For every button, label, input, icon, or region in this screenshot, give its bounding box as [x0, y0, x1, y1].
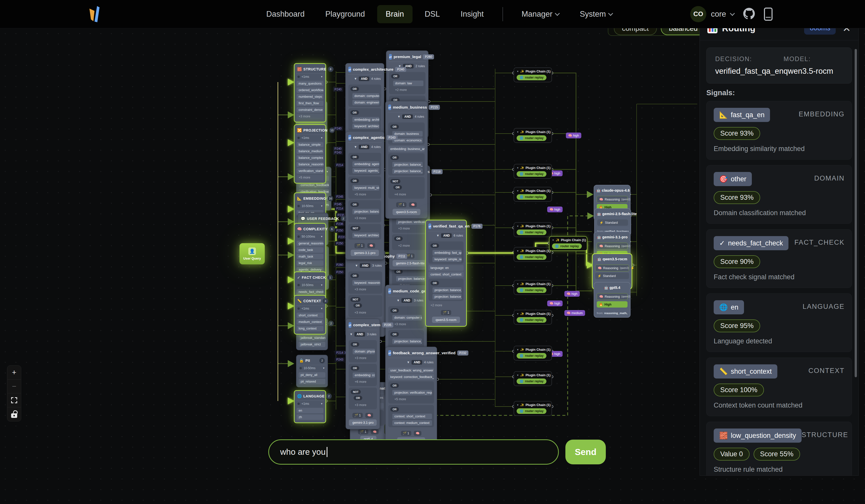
plugin-chain-node[interactable]: ▼✨Plugin Chain (1)🌀router replay	[514, 310, 552, 325]
signal-item[interactable]: first_then_flow	[297, 101, 323, 106]
signal-item[interactable]: balance_complex	[297, 155, 323, 161]
rules-row[interactable]: ▼AND3 rules	[388, 296, 424, 305]
complexity-edge-badge: 🧠 medium	[564, 310, 585, 316]
score-badge: Value 0	[714, 448, 750, 460]
query-input[interactable]: who are you	[268, 439, 559, 465]
signal-item[interactable]: balance_medium	[297, 149, 323, 154]
latency-row[interactable]: <1ms▼	[296, 401, 324, 407]
plugin-chain-node[interactable]: ▼✨Plugin Chain (1)🌀router replay	[549, 236, 587, 251]
zoom-in-button[interactable]: +	[7, 366, 21, 379]
latency-row[interactable]: 10-50ms▼	[298, 365, 326, 371]
policy-node-complex_agentic[interactable]: ⇄complex_agenticP243▼AND4 rulesORembeddi…	[345, 131, 384, 260]
plugin-chain-node[interactable]: ▼✨Plugin Chain (1)🌀router replay	[514, 247, 552, 262]
signal-node-projection[interactable]: 🔀PROJECTION10<1ms▼balance_simplebalance_…	[294, 124, 326, 184]
rules-row[interactable]: ▼AND3 rules	[348, 261, 383, 270]
signal-node-context[interactable]: 📏CONTEXT3<1ms▼short_contextmedium_contex…	[294, 295, 326, 335]
brain-chip: 🧠	[414, 431, 422, 436]
rules-row[interactable]: ▼AND4 rules	[348, 74, 382, 83]
latency-row[interactable]: 10-50ms▼	[296, 282, 324, 288]
signal-node-pii[interactable]: 🔒PII210-50ms▼pii_deny_allpii_relaxed	[296, 355, 328, 387]
model-node-gpt[interactable]: 🤖 gpt5.4🧠Reasoning(qwen3)🔥Highfrom: reas…	[594, 282, 631, 318]
signal-node-header: 📏CONTEXT3	[296, 297, 324, 306]
zoom-out-button[interactable]: −	[7, 379, 21, 394]
pill-label: Standard	[605, 221, 618, 224]
signal-item[interactable]: short_context	[297, 313, 323, 318]
rules-row[interactable]: ▼AND4 rules	[388, 113, 425, 121]
signal-more-item[interactable]: +3 more	[297, 114, 323, 119]
router-replay-pill: 🌀router replay	[517, 408, 546, 414]
signal-node-structure[interactable]: 🧱STRUCTURE8<1ms▼many_questionsordered_wo…	[294, 63, 326, 122]
collapse-icon: ▼	[321, 284, 323, 286]
signal-item[interactable]: pii_deny_all	[299, 372, 325, 378]
pill-label: Reasoning	[605, 198, 620, 201]
policy-node-medium_business[interactable]: ⇄medium_businessP215▼AND4 rulesORdomain:…	[385, 101, 428, 219]
rules-row[interactable]: ▼AND6 rules	[428, 231, 464, 240]
signal-item[interactable]: general_reasoning	[297, 241, 323, 246]
nav-item-playground[interactable]: Playground	[317, 5, 374, 23]
signal-item[interactable]: needs_fact_check	[297, 289, 323, 295]
plugin-chain-label: Plugin Chain (1)	[526, 249, 551, 253]
rules-row[interactable]: ▼AND3 rules	[348, 330, 378, 339]
github-icon[interactable]	[743, 7, 756, 21]
plugin-chain-node[interactable]: ▼✨Plugin Chain (1)🌀router replay	[514, 128, 552, 143]
signal-more-item[interactable]: +5 more	[297, 175, 323, 180]
plugin-chain-node[interactable]: ▼✨Plugin Chain (1)🌀router replay	[514, 401, 552, 416]
plugin-chain-node[interactable]: ▼✨Plugin Chain (1)🌀router replay	[514, 68, 552, 82]
collapse-icon: ▼	[436, 234, 439, 237]
account-menu[interactable]: CO core	[690, 6, 734, 22]
signal-item[interactable]: jailbreak_strict	[299, 342, 325, 347]
signal-item[interactable]: legal_risk	[297, 260, 323, 266]
signal-item[interactable]: ordered_workflow	[297, 87, 323, 93]
latency-row[interactable]: <1ms▼	[296, 135, 324, 141]
mobile-device-icon[interactable]	[764, 8, 773, 21]
signal-item[interactable]: jailbreak_standard	[299, 335, 325, 341]
plugin-chain-node[interactable]: ▼✨Plugin Chain (1)🌀router replay	[514, 164, 552, 179]
policy-node-verified_fast_qa_en[interactable]: ⇄verified_fast_qa_enP176▼AND6 rulesORemb…	[425, 220, 467, 327]
lock-button[interactable]	[7, 407, 21, 421]
signal-item[interactable]: en	[297, 408, 323, 413]
signal-item[interactable]: numbered_steps	[297, 94, 323, 99]
or-operator: OR	[354, 396, 362, 400]
signal-item[interactable]: many_questions	[297, 81, 323, 86]
nav-item-dsl[interactable]: DSL	[416, 5, 448, 23]
nav-item-dashboard[interactable]: Dashboard	[258, 5, 313, 23]
rules-row[interactable]: ▼AND2 rules	[389, 62, 426, 70]
latency-row[interactable]: 50-100ms▼	[296, 234, 324, 239]
avatar[interactable]: CO	[690, 6, 706, 22]
signal-item[interactable]: balance_reasoning	[297, 162, 323, 167]
plugin-chain-node[interactable]: ▼✨Plugin Chain (1)🌀router replay	[514, 346, 552, 361]
latency-row[interactable]: <1ms▼	[296, 306, 324, 312]
nav-item-brain[interactable]: Brain	[377, 5, 413, 23]
plugin-chain-node[interactable]: ▼✨Plugin Chain (1)🌀router replay	[514, 187, 552, 202]
latency-row[interactable]: 10-50ms▼	[296, 203, 324, 209]
rules-row[interactable]: ▼AND4 rules	[388, 358, 435, 367]
plugin-chain-node[interactable]: ▼✨Plugin Chain (1)🌀router replay	[514, 222, 552, 237]
nav-dropdown-manager[interactable]: Manager	[513, 5, 568, 23]
complexity-icon: 🧠	[297, 227, 302, 231]
plugin-chain-node[interactable]: ▼✨Plugin Chain (1)🌀router replay	[514, 280, 552, 295]
policy-node-feedback_wrong_answer_verified[interactable]: ⇄feedback_wrong_answer_verifiedP232▼AND4…	[385, 347, 437, 447]
policy-node-complex_stem[interactable]: ⇄complex_stemP235▼AND3 rulesORdomain: ph…	[346, 319, 380, 429]
signal-item[interactable]: verification_standard	[297, 168, 323, 174]
signal-node-factcheck[interactable]: ✓FACT CHECK110-50ms▼needs_fact_check	[294, 271, 326, 298]
signal-item[interactable]: pii_relaxed	[299, 379, 325, 384]
signal-item[interactable]: constraint_dense	[297, 107, 323, 113]
signal-item[interactable]: medium_context	[297, 319, 323, 325]
latency-row[interactable]: <1ms▼	[296, 74, 324, 80]
signal-item[interactable]: zh	[297, 414, 323, 420]
signal-item[interactable]: balance_simple	[297, 142, 323, 148]
signal-item[interactable]: math_task	[297, 254, 323, 259]
app-logo-icon[interactable]	[89, 6, 101, 22]
send-button[interactable]: Send	[565, 439, 606, 464]
nav-dropdown-system[interactable]: System	[571, 5, 621, 23]
rules-row[interactable]: ▼AND4 rules	[348, 143, 382, 151]
signal-item[interactable]: code_task	[297, 247, 323, 253]
plugin-chain-node[interactable]: ▼✨Plugin Chain (1)🌀router replay	[514, 371, 552, 386]
panel-scrollbar[interactable]	[855, 49, 857, 377]
signal-item[interactable]: long_context	[297, 326, 323, 331]
signal-icon: ✓	[719, 239, 725, 247]
user-query-node[interactable]: 👤 User Query	[240, 243, 265, 265]
nav-item-insight[interactable]: Insight	[452, 5, 492, 23]
fit-view-button[interactable]	[7, 394, 21, 407]
signal-node-language[interactable]: 🌐LANGUAGE2<1ms▼enzh	[294, 390, 326, 423]
